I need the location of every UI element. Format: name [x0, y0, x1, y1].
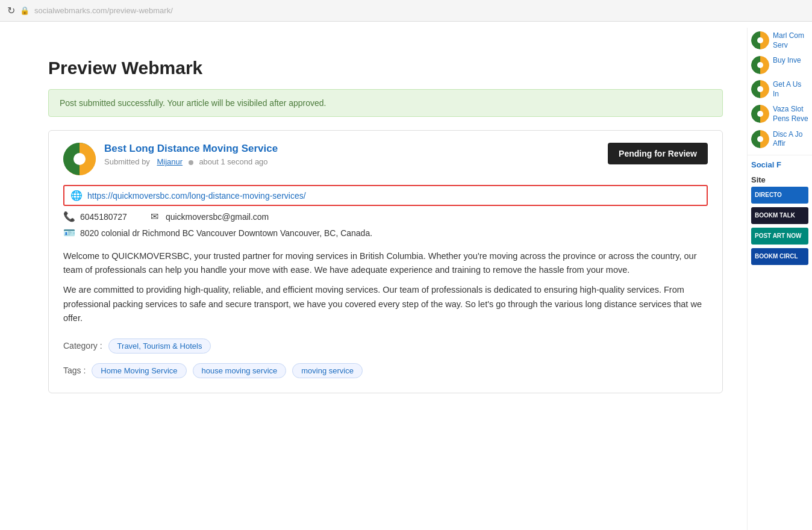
site-boxes: DIRECTO BOOKM TALK POST ART NOW BOOKM CI…	[748, 187, 812, 265]
sidebar-avatar-3	[751, 80, 769, 98]
site-box-4[interactable]: BOOKM CIRCL	[751, 248, 808, 265]
category-tag[interactable]: Travel, Tourism & Hotels	[108, 338, 211, 354]
email-address: quickmoversbc@gmail.com	[166, 212, 269, 222]
webmark-card: Best Long Distance Moving Service Submit…	[48, 130, 723, 393]
post-time: about 1 second ago	[199, 157, 267, 166]
page-title: Preview Webmark	[48, 58, 723, 78]
sidebar-item-text-4: Vaza Slot Pens Reve	[773, 105, 808, 123]
sidebar-item-2[interactable]: Buy Inve	[751, 56, 808, 74]
avatar	[63, 143, 96, 175]
success-banner: Post submitted successfully. Your articl…	[48, 89, 723, 117]
description-para-2: We are committed to providing high-quali…	[63, 283, 708, 325]
category-label: Category :	[63, 341, 102, 351]
url-link[interactable]: https://quickmoversbc.com/long-distance-…	[87, 191, 306, 201]
sidebar-avatar-5	[751, 130, 769, 148]
url-box: 🌐 https://quickmoversbc.com/long-distanc…	[63, 185, 708, 206]
card-meta: Submitted by Mijanur about 1 second ago	[104, 157, 278, 166]
tags-label: Tags :	[63, 366, 86, 375]
address-icon: 🪪	[63, 227, 75, 238]
main-content: Preview Webmark Post submitted successfu…	[0, 28, 747, 530]
sidebar-item-5[interactable]: Disc A Jo Affir	[751, 130, 808, 149]
email-icon: ✉	[149, 211, 161, 222]
author-link[interactable]: Mijanur	[157, 157, 183, 166]
site-box-3[interactable]: POST ART NOW	[751, 228, 808, 245]
contact-row: 📞 6045180727 ✉ quickmoversbc@gmail.com	[63, 211, 708, 222]
tag-house-moving[interactable]: house moving service	[193, 363, 287, 378]
sidebar-avatar-2	[751, 56, 769, 74]
sidebar-item-text-3: Get A Us In	[773, 80, 808, 99]
browser-bar: ↻ 🔒 socialwebmarks.com/preview-webmark/	[0, 0, 812, 22]
sidebar-item-text-2: Buy Inve	[773, 56, 801, 66]
phone-number: 6045180727	[80, 212, 127, 222]
address-text: 8020 colonial dr Richmond BC Vancouver D…	[80, 228, 372, 238]
card-title[interactable]: Best Long Distance Moving Service	[104, 143, 278, 155]
reload-icon[interactable]: ↻	[7, 5, 15, 16]
right-sidebar: Marl Com Serv Buy Inve Get A Us In	[747, 28, 812, 530]
sidebar-item-text-1: Marl Com Serv	[773, 31, 808, 50]
description-para-1: Welcome to QUICKMOVERSBC, your trusted p…	[63, 249, 708, 277]
site-box-1[interactable]: DIRECTO	[751, 187, 808, 204]
tags-row: Tags : Home Moving Service house moving …	[63, 363, 708, 378]
site-box-2[interactable]: BOOKM TALK	[751, 207, 808, 224]
submitted-by-label: Submitted by	[104, 157, 150, 166]
pending-badge: Pending for Review	[608, 143, 708, 164]
sidebar-item-4[interactable]: Vaza Slot Pens Reve	[751, 105, 808, 123]
sidebar-item-text-5: Disc A Jo Affir	[773, 130, 808, 149]
card-description: Welcome to QUICKMOVERSBC, your trusted p…	[63, 249, 708, 325]
sidebar-items-list: Marl Com Serv Buy Inve Get A Us In	[748, 28, 812, 152]
card-info: 🌐 https://quickmoversbc.com/long-distanc…	[63, 185, 708, 238]
site-label: Site	[748, 172, 812, 187]
phone-icon: 📞	[63, 211, 75, 222]
category-row: Category : Travel, Tourism & Hotels	[63, 338, 708, 354]
sidebar-item-3[interactable]: Get A Us In	[751, 80, 808, 99]
tag-moving[interactable]: moving service	[292, 363, 363, 378]
sidebar-item-1[interactable]: Marl Com Serv	[751, 31, 808, 50]
sidebar-avatar-4	[751, 105, 769, 123]
address-row: 🪪 8020 colonial dr Richmond BC Vancouver…	[63, 227, 708, 238]
sidebar-avatar-1	[751, 31, 769, 49]
dot-separator	[189, 160, 193, 165]
globe-icon: 🌐	[70, 190, 83, 201]
lock-icon: 🔒	[20, 6, 30, 15]
success-message: Post submitted successfully. Your articl…	[60, 98, 326, 108]
social-section-title: Social F	[748, 155, 812, 172]
tag-home-moving[interactable]: Home Moving Service	[92, 363, 186, 378]
url-bar: socialwebmarks.com/preview-webmark/	[34, 6, 173, 15]
